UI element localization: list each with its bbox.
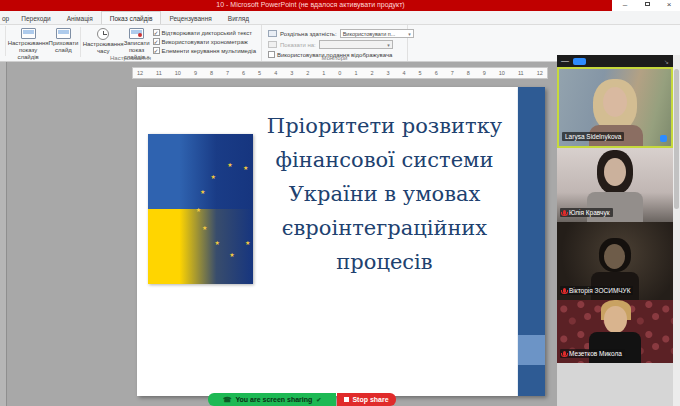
ruler-number: 12 bbox=[137, 68, 143, 79]
phone-icon: ☎ bbox=[223, 396, 232, 404]
checkbox-checked-icon: ✓ bbox=[153, 47, 160, 54]
scrollbar-thumb[interactable] bbox=[674, 69, 679, 209]
figure-face bbox=[604, 158, 626, 186]
slide-title-line: фінансової системи bbox=[242, 143, 527, 177]
video-tile[interactable]: Вікторія ЗОСИМЧУК bbox=[557, 222, 673, 300]
hide-slide-label: Приховати слайд bbox=[49, 40, 79, 54]
figure-torso bbox=[589, 332, 641, 363]
restore-button[interactable] bbox=[636, 0, 658, 11]
ruler-number: 2 bbox=[306, 68, 309, 79]
setup-group-label: Настроювання bbox=[0, 55, 261, 61]
ruler-number: 3 bbox=[386, 68, 389, 79]
shield-check-icon: ✔ bbox=[316, 396, 321, 403]
checkbox-use-timings[interactable]: ✓ Використовувати хронометраж bbox=[153, 38, 257, 45]
checkbox-play-narrations[interactable]: ✓ Відтворювати дикторський текст bbox=[153, 29, 257, 36]
video-tile[interactable]: Юлія Кравчук bbox=[557, 148, 673, 222]
resolution-value: Використовувати п... bbox=[343, 31, 396, 37]
tab-design-clipped[interactable]: ор bbox=[0, 12, 13, 24]
tab-animations[interactable]: Анімація bbox=[59, 12, 101, 24]
stop-share-button[interactable]: Stop share bbox=[337, 393, 396, 406]
ruler-number: 5 bbox=[419, 68, 422, 79]
slide-canvas[interactable]: ★★★★★★★★★ Пріоритети розвитку фінансової… bbox=[137, 87, 545, 396]
slide-title[interactable]: Пріоритети розвитку фінансової системи У… bbox=[242, 109, 527, 279]
resolution-dropdown[interactable]: Використовувати п... ▾ bbox=[340, 29, 414, 38]
show-on-label: Показати на: bbox=[280, 42, 316, 48]
ruler-number: 2 bbox=[370, 68, 373, 79]
panel-scrollbar[interactable] bbox=[673, 55, 680, 406]
slide-title-line: євроінтеграційних bbox=[242, 211, 527, 245]
ribbon-tab-bar: ор Переходи Анімація Показ слайдів Рецен… bbox=[0, 11, 680, 25]
slide-accent-bar-light bbox=[518, 335, 545, 365]
checkbox-checked-icon: ✓ bbox=[153, 29, 160, 36]
setup-slideshow-icon bbox=[21, 28, 36, 39]
tab-view[interactable]: Вигляд bbox=[220, 12, 257, 24]
hide-slide-button[interactable]: Приховати слайд bbox=[49, 26, 79, 54]
minimize-button[interactable]: – bbox=[614, 0, 636, 11]
play-narrations-label: Відтворювати дикторський текст bbox=[162, 30, 252, 36]
eu-star-icon: ★ bbox=[200, 188, 205, 195]
figure-face bbox=[604, 244, 625, 269]
audio-icon bbox=[660, 135, 667, 142]
rehearse-timings-button[interactable]: Настроювання часу bbox=[83, 26, 124, 55]
slide-title-line: Пріоритети розвитку bbox=[242, 109, 527, 143]
show-on-row: Показати на: ▾ bbox=[268, 40, 414, 49]
stop-icon bbox=[344, 397, 349, 402]
show-on-icon bbox=[268, 41, 277, 48]
hide-slide-icon bbox=[56, 28, 71, 39]
horizontal-ruler: 1211109876543210123456789101112 bbox=[132, 67, 548, 79]
ukraine-eu-flag-image[interactable]: ★★★★★★★★★ bbox=[148, 134, 253, 284]
resolution-row: Роздільна здатність: Використовувати п..… bbox=[268, 29, 414, 38]
eu-star-icon: ★ bbox=[210, 173, 215, 180]
ruler-number: 11 bbox=[518, 68, 524, 79]
restore-icon bbox=[645, 2, 650, 6]
muted-mic-icon bbox=[563, 351, 566, 356]
panel-resize-icon[interactable]: ↘ bbox=[664, 58, 669, 65]
show-on-dropdown: ▾ bbox=[319, 40, 393, 49]
tab-transitions[interactable]: Переходи bbox=[13, 12, 58, 24]
ruler-number: 1 bbox=[354, 68, 357, 79]
eu-star-icon: ★ bbox=[196, 206, 201, 213]
participant-name-tag: Вікторія ЗОСИМЧУК bbox=[560, 286, 633, 295]
panel-minimize-button[interactable]: — bbox=[561, 56, 569, 66]
figure-face bbox=[604, 306, 627, 333]
checkbox-media-controls[interactable]: ✓ Елементи керування мультимедіа bbox=[153, 47, 257, 54]
muted-mic-icon bbox=[563, 210, 566, 215]
video-tile[interactable]: Мезетков Микола bbox=[557, 300, 673, 363]
clock-icon bbox=[97, 28, 109, 40]
tab-review[interactable]: Рецензування bbox=[161, 12, 219, 24]
slide-title-line: України в умовах bbox=[242, 177, 527, 211]
video-tile-active-speaker[interactable]: Larysa Sidelnykova bbox=[557, 67, 673, 148]
screen-sharing-banner[interactable]: ☎ You are screen sharing ✔ bbox=[208, 393, 336, 406]
gallery-view-icon[interactable] bbox=[573, 58, 586, 65]
eu-stars: ★★★★★★★★★ bbox=[148, 134, 253, 284]
tab-slideshow[interactable]: Показ слайдів bbox=[101, 11, 162, 24]
ruler-number: 8 bbox=[210, 68, 213, 79]
ruler-number: 4 bbox=[274, 68, 277, 79]
participant-name: Мезетков Микола bbox=[569, 350, 622, 357]
eu-star-icon: ★ bbox=[215, 239, 220, 246]
participant-name-tag: Larysa Sidelnykova bbox=[562, 132, 624, 141]
ruler-number: 8 bbox=[467, 68, 470, 79]
ribbon-group-setup: Настроювання показу слайдів Приховати сл… bbox=[0, 25, 262, 61]
ruler-number: 6 bbox=[242, 68, 245, 79]
ribbon-group-monitors: Роздільна здатність: Використовувати п..… bbox=[262, 25, 408, 61]
close-button[interactable]: × bbox=[658, 0, 680, 11]
figure-torso bbox=[587, 192, 643, 222]
record-slideshow-icon bbox=[129, 28, 144, 39]
eu-star-icon: ★ bbox=[202, 224, 207, 231]
participant-name: Вікторія ЗОСИМЧУК bbox=[569, 287, 630, 294]
ruler-number: 10 bbox=[175, 68, 181, 79]
ruler-number: 5 bbox=[258, 68, 261, 79]
slides-pane-divider[interactable] bbox=[0, 62, 7, 406]
ruler-number: 3 bbox=[290, 68, 293, 79]
rehearse-timings-label: Настроювання часу bbox=[83, 41, 124, 55]
dropdown-arrow-icon: ▾ bbox=[408, 31, 411, 37]
media-controls-label: Елементи керування мультимедіа bbox=[162, 48, 257, 54]
ruler-marks: 1211109876543210123456789101112 bbox=[133, 68, 547, 79]
ruler-number: 7 bbox=[451, 68, 454, 79]
eu-star-icon: ★ bbox=[229, 251, 234, 258]
figure-face bbox=[603, 87, 627, 117]
slideshow-options: ✓ Відтворювати дикторський текст ✓ Викор… bbox=[150, 26, 260, 54]
panel-footer bbox=[557, 363, 673, 406]
slide-accent-bar bbox=[517, 87, 545, 396]
